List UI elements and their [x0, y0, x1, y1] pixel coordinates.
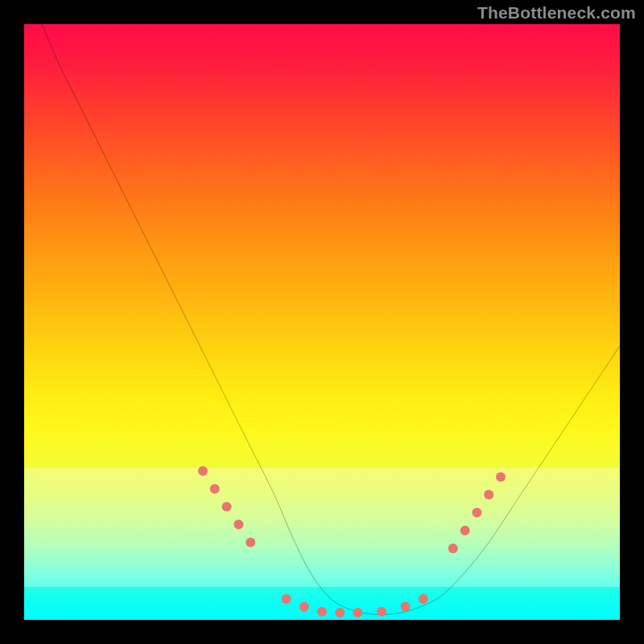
- marker-dot: [377, 607, 386, 617]
- marker-dots: [198, 466, 506, 617]
- watermark-text: TheBottleneck.com: [477, 3, 636, 23]
- marker-dot: [353, 608, 362, 617]
- marker-dot: [401, 602, 411, 612]
- curve-layer: [24, 24, 620, 620]
- bottleneck-curve: [42, 24, 620, 615]
- marker-dot: [198, 466, 208, 476]
- marker-dot: [496, 472, 506, 481]
- marker-dot: [282, 594, 291, 604]
- marker-dot: [299, 602, 309, 612]
- marker-dot: [222, 502, 232, 511]
- marker-dot: [472, 508, 481, 518]
- marker-dot: [317, 607, 327, 617]
- marker-dot: [484, 490, 493, 500]
- marker-dot: [419, 594, 428, 604]
- marker-dot: [335, 608, 345, 617]
- marker-dot: [233, 520, 243, 530]
- marker-dot: [460, 526, 470, 535]
- marker-dot: [246, 538, 255, 547]
- marker-dot: [210, 484, 220, 493]
- marker-dot: [448, 543, 458, 553]
- plot-area: [24, 24, 620, 620]
- chart-canvas: TheBottleneck.com: [0, 0, 644, 644]
